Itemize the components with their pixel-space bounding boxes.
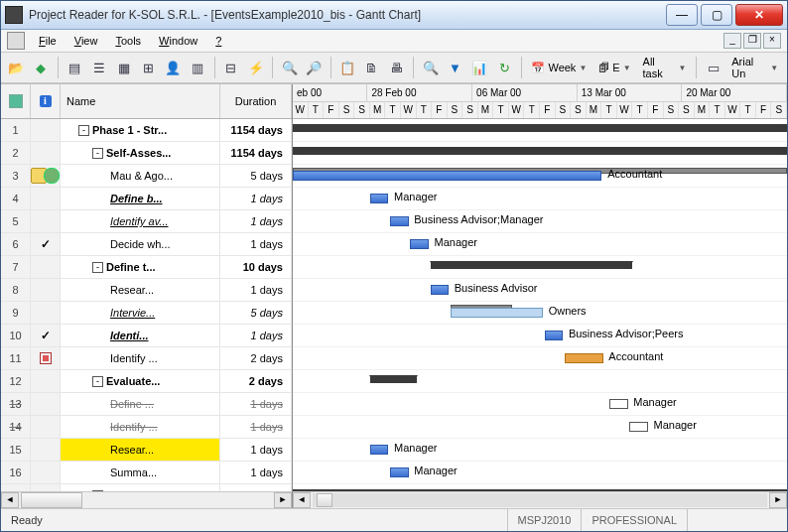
scroll-thumb[interactable] bbox=[317, 493, 332, 507]
gantt-task-bar[interactable] bbox=[431, 285, 450, 295]
row-number[interactable]: 11 bbox=[1, 347, 31, 369]
cell-name[interactable]: Identify ... bbox=[61, 416, 220, 438]
titlebar[interactable]: Project Reader for K-SOL S.R.L. - [Event… bbox=[1, 1, 787, 30]
gantt-summary-bar[interactable] bbox=[293, 147, 787, 155]
table-row[interactable]: 15Resear...1 days bbox=[1, 439, 292, 462]
week-header[interactable]: 06 Mar 00 bbox=[472, 84, 578, 101]
table-row[interactable]: 4Define b...1 days bbox=[1, 188, 292, 210]
row-number[interactable]: 14 bbox=[1, 416, 31, 438]
gantt-task-bar[interactable] bbox=[609, 399, 628, 409]
maximize-button[interactable]: ▢ bbox=[701, 4, 732, 26]
row-number[interactable]: 17 bbox=[1, 484, 31, 491]
day-header[interactable]: S bbox=[339, 102, 355, 119]
edition-dropdown[interactable]: 🗐E▼ bbox=[593, 56, 635, 79]
row-number[interactable]: 16 bbox=[1, 462, 31, 483]
cell-name[interactable]: -Phase 1 - Str... bbox=[61, 119, 220, 141]
week-header[interactable]: eb 00 bbox=[293, 84, 367, 101]
day-header[interactable]: M bbox=[695, 102, 711, 119]
cell-name[interactable]: Identify ... bbox=[61, 347, 220, 369]
day-header[interactable]: T bbox=[417, 102, 433, 119]
day-header[interactable]: S bbox=[462, 102, 478, 119]
table-row[interactable]: 9Intervie...5 days bbox=[1, 302, 292, 325]
cell-name[interactable]: Intervie... bbox=[61, 302, 220, 324]
table-row[interactable]: 2-Self-Asses...1154 days bbox=[1, 142, 292, 165]
gantt-task-bar[interactable] bbox=[410, 239, 429, 249]
outline-toggle[interactable]: - bbox=[92, 262, 103, 273]
table-row[interactable]: 13Define ...1 days bbox=[1, 393, 292, 416]
gantt-view-button[interactable]: ▤ bbox=[64, 56, 86, 79]
day-header[interactable]: W bbox=[509, 102, 525, 119]
task-view-button[interactable]: ☰ bbox=[87, 56, 110, 79]
cell-name[interactable]: -Evaluate... bbox=[61, 370, 220, 392]
cell-name[interactable]: Decide wh... bbox=[61, 233, 220, 255]
cell-name[interactable]: Define ... bbox=[61, 393, 220, 415]
day-header[interactable]: T bbox=[524, 102, 540, 119]
filter-button[interactable]: ▼ bbox=[444, 56, 466, 79]
day-header[interactable]: T bbox=[601, 102, 617, 119]
zoom-out-button[interactable]: 🔎 bbox=[303, 56, 326, 79]
table-row[interactable]: 10✓Identi...1 days bbox=[1, 325, 292, 347]
day-header[interactable]: T bbox=[632, 102, 648, 119]
table-row[interactable]: 1-Phase 1 - Str...1154 days bbox=[1, 119, 292, 142]
day-header[interactable]: S bbox=[571, 102, 587, 119]
gantt-row[interactable]: Manager bbox=[293, 439, 787, 462]
header-name[interactable]: Name bbox=[61, 84, 220, 118]
day-header[interactable]: W bbox=[617, 102, 633, 119]
gantt-row[interactable]: Accountant bbox=[293, 347, 787, 370]
network-view-button[interactable]: ⊞ bbox=[137, 56, 160, 79]
header-duration[interactable]: Duration bbox=[220, 84, 292, 118]
week-header[interactable]: 13 Mar 00 bbox=[578, 84, 683, 101]
row-number[interactable]: 2 bbox=[1, 142, 31, 164]
gantt-row[interactable]: Manager bbox=[293, 188, 787, 210]
cell-name[interactable]: -Define t... bbox=[61, 256, 220, 278]
gantt-row[interactable]: Owners bbox=[293, 302, 787, 325]
row-number[interactable]: 6 bbox=[1, 233, 31, 255]
day-header[interactable]: M bbox=[478, 102, 494, 119]
table-row[interactable]: 16Summa...1 days bbox=[1, 462, 292, 484]
day-header[interactable]: S bbox=[679, 102, 695, 119]
day-header[interactable]: S bbox=[556, 102, 572, 119]
table-row[interactable]: 12-Evaluate...2 days bbox=[1, 370, 292, 393]
gantt-task-bar[interactable] bbox=[545, 331, 564, 340]
day-header[interactable]: F bbox=[324, 102, 339, 119]
usage-view-button[interactable]: ▥ bbox=[187, 56, 209, 79]
table-row[interactable]: 6✓Decide wh...1 days bbox=[1, 233, 292, 256]
find-button[interactable]: 🔍 bbox=[419, 56, 442, 79]
gantt-task-bar[interactable] bbox=[370, 194, 389, 203]
system-menu-icon[interactable] bbox=[7, 32, 25, 50]
menu-view[interactable]: View bbox=[66, 33, 106, 49]
gantt-row[interactable]: Business Advisor;Manager bbox=[293, 210, 787, 233]
resource-view-button[interactable]: 👤 bbox=[162, 56, 185, 79]
outline-toggle[interactable]: - bbox=[78, 125, 89, 136]
cell-name[interactable]: -Evaluate... bbox=[61, 484, 220, 491]
gantt-row[interactable] bbox=[293, 142, 787, 165]
day-header[interactable]: T bbox=[740, 102, 756, 119]
scroll-right-icon[interactable]: ► bbox=[769, 492, 787, 508]
table-row[interactable]: 11Identify ...2 days bbox=[1, 347, 292, 370]
table-row[interactable]: 7-Define t...10 days bbox=[1, 256, 292, 279]
menu-tools[interactable]: Tools bbox=[107, 33, 149, 49]
gantt-task-bar[interactable] bbox=[629, 422, 648, 432]
cell-name[interactable]: -Self-Asses... bbox=[61, 142, 220, 164]
cell-name[interactable]: Mau & Ago... bbox=[61, 165, 220, 187]
mdi-close-button[interactable]: × bbox=[763, 33, 781, 49]
calendar-view-button[interactable]: ▦ bbox=[112, 56, 135, 79]
day-header[interactable]: W bbox=[293, 102, 309, 119]
outline-toggle[interactable]: - bbox=[92, 148, 103, 159]
day-header[interactable]: T bbox=[309, 102, 325, 119]
open-button[interactable]: 📂 bbox=[5, 56, 28, 79]
gantt-row[interactable]: Manager bbox=[293, 233, 787, 256]
table-row[interactable]: 5Identify av...1 days bbox=[1, 210, 292, 233]
day-header[interactable]: S bbox=[664, 102, 680, 119]
bolt-button[interactable]: ⚡ bbox=[244, 56, 267, 79]
table-row[interactable]: 3Mau & Ago...5 days bbox=[1, 165, 292, 188]
grid-hscrollbar[interactable]: ◄ ► bbox=[1, 491, 292, 508]
day-header[interactable]: M bbox=[370, 102, 386, 119]
gantt-row[interactable] bbox=[293, 370, 787, 393]
gantt-task-bar[interactable] bbox=[370, 445, 389, 455]
day-header[interactable]: F bbox=[540, 102, 556, 119]
gantt-task-bar[interactable] bbox=[565, 353, 603, 363]
row-number[interactable]: 9 bbox=[1, 302, 31, 324]
cell-name[interactable]: Resear... bbox=[61, 279, 220, 301]
row-number[interactable]: 10 bbox=[1, 325, 31, 346]
